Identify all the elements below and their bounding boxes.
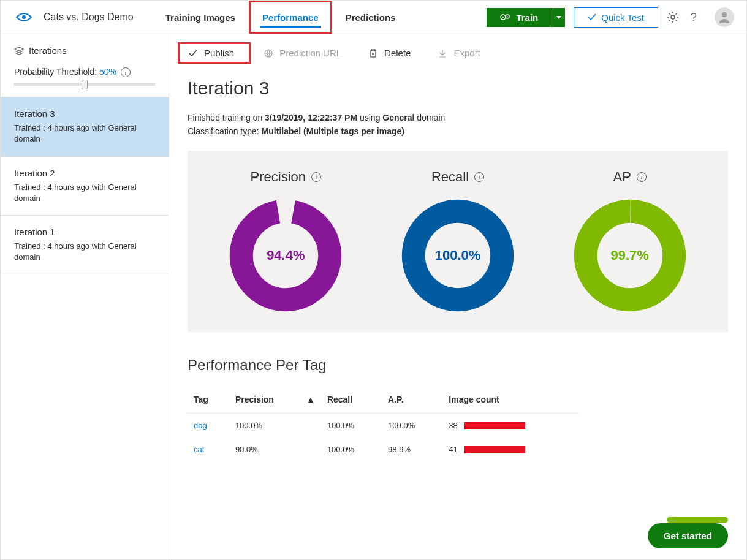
info-icon[interactable]: i — [311, 172, 321, 182]
download-icon — [438, 48, 447, 58]
precision-label: Precision — [251, 169, 306, 185]
threshold-value: 50% — [99, 67, 116, 77]
cell-recall: 100.0% — [321, 413, 382, 437]
per-tag-table: Tag Precision▲ Recall A.P. Image count d… — [188, 386, 580, 461]
cell-count: 41 — [442, 437, 580, 461]
svg-point-4 — [507, 16, 509, 17]
gears-icon — [500, 13, 511, 21]
delete-label: Delete — [384, 48, 411, 58]
info-icon[interactable]: i — [637, 172, 647, 182]
sidebar-title: Iterations — [29, 45, 67, 56]
iteration-item[interactable]: Iteration 3 Trained : 4 hours ago with G… — [1, 97, 169, 156]
tab-training-images[interactable]: Training Images — [152, 1, 249, 34]
meta-domain: General — [382, 113, 414, 123]
count-value: 41 — [449, 445, 457, 454]
svg-point-5 — [671, 15, 675, 19]
meta-date: 3/19/2019, 12:22:37 PM — [265, 113, 357, 123]
cell-recall: 100.0% — [321, 437, 382, 461]
iteration-heading: Iteration 3 — [188, 78, 728, 99]
table-row: cat 90.0% 100.0% 98.9% 41 — [188, 437, 580, 461]
tag-link[interactable]: dog — [194, 421, 207, 430]
per-tag-heading: Performance Per Tag — [188, 357, 728, 374]
slider-thumb[interactable] — [82, 80, 88, 89]
caret-down-icon — [556, 16, 561, 19]
meta-suffix: domain — [414, 113, 445, 123]
sort-asc-icon: ▲ — [306, 395, 315, 404]
settings-gear-icon[interactable] — [667, 11, 679, 23]
main-tabs: Training Images Performance Predictions — [152, 1, 409, 34]
stack-icon — [14, 47, 24, 55]
trash-icon — [368, 48, 378, 58]
col-count[interactable]: Image count — [442, 386, 580, 414]
col-recall[interactable]: Recall — [321, 386, 382, 414]
cell-precision: 100.0% — [229, 413, 321, 437]
svg-point-0 — [22, 15, 26, 19]
threshold-slider[interactable] — [14, 83, 155, 86]
count-bar-icon — [464, 446, 525, 453]
iteration-toolbar: Publish Prediction URL Delete Export — [169, 34, 746, 72]
ap-value: 99.7% — [572, 197, 688, 314]
iteration-title: Iteration 3 — [14, 108, 155, 119]
publish-label: Publish — [204, 48, 234, 58]
svg-point-3 — [502, 17, 504, 18]
tab-performance[interactable]: Performance — [249, 1, 332, 34]
iteration-title: Iteration 1 — [14, 227, 155, 237]
main-content: Publish Prediction URL Delete Export Ite… — [169, 34, 746, 559]
info-icon[interactable]: i — [121, 67, 131, 77]
metrics-panel: Precisioni 94.4% Recalli — [188, 151, 728, 332]
col-ap[interactable]: A.P. — [382, 386, 442, 414]
publish-button[interactable]: Publish — [178, 43, 250, 63]
cell-ap: 98.9% — [382, 437, 442, 461]
prediction-url-label: Prediction URL — [279, 48, 341, 58]
project-title: Cats vs. Dogs Demo — [41, 12, 152, 23]
delete-button[interactable]: Delete — [355, 43, 424, 63]
metric-recall: Recalli 100.0% — [400, 169, 516, 314]
col-precision-label: Precision — [235, 395, 274, 404]
tag-link[interactable]: cat — [194, 445, 204, 454]
table-row: dog 100.0% 100.0% 100.0% 38 — [188, 413, 580, 437]
recall-value: 100.0% — [400, 197, 516, 314]
iteration-item[interactable]: Iteration 1 Trained : 4 hours ago with G… — [1, 216, 169, 274]
tab-predictions[interactable]: Predictions — [332, 1, 409, 34]
threshold-label: Probability Threshold: — [14, 67, 99, 77]
cell-ap: 100.0% — [382, 413, 442, 437]
meta-mid: using — [357, 113, 382, 123]
ap-label: AP — [613, 169, 631, 185]
help-icon[interactable]: ? — [688, 11, 700, 23]
app-header: Cats vs. Dogs Demo Training Images Perfo… — [1, 1, 746, 34]
svg-point-7 — [722, 12, 727, 17]
info-icon[interactable]: i — [474, 172, 484, 182]
iteration-subtitle: Trained : 4 hours ago with General domai… — [14, 123, 155, 145]
custom-vision-logo-icon — [15, 11, 32, 23]
check-icon — [588, 13, 596, 21]
col-tag[interactable]: Tag — [188, 386, 229, 414]
export-label: Export — [453, 48, 480, 58]
user-avatar[interactable] — [715, 7, 734, 27]
iteration-item[interactable]: Iteration 2 Trained : 4 hours ago with G… — [1, 157, 169, 216]
get-started-button[interactable]: Get started — [648, 523, 728, 548]
export-button: Export — [424, 43, 493, 63]
iterations-sidebar: Iterations Probability Threshold: 50% i … — [1, 34, 169, 559]
sidebar-header: Iterations — [1, 34, 169, 61]
globe-icon — [264, 48, 273, 58]
col-precision[interactable]: Precision▲ — [229, 386, 321, 414]
chat-indicator-icon — [667, 517, 728, 523]
quick-test-button[interactable]: Quick Test — [574, 7, 658, 28]
precision-value: 94.4% — [227, 197, 344, 314]
meta-prefix: Finished training on — [188, 113, 265, 123]
class-prefix: Classification type: — [188, 126, 262, 136]
train-dropdown-button[interactable] — [552, 8, 565, 27]
quick-test-label: Quick Test — [601, 12, 644, 23]
recall-label: Recall — [431, 169, 469, 185]
train-button[interactable]: Train — [487, 8, 552, 27]
prediction-url-button: Prediction URL — [250, 43, 355, 63]
train-button-label: Train — [516, 12, 538, 23]
metric-precision: Precisioni 94.4% — [227, 169, 344, 314]
iteration-subtitle: Trained : 4 hours ago with General domai… — [14, 182, 155, 204]
metric-ap: APi 99.7% — [572, 169, 688, 314]
count-value: 38 — [449, 421, 457, 430]
check-icon — [188, 48, 198, 58]
count-bar-icon — [464, 422, 525, 429]
iteration-meta: Finished training on 3/19/2019, 12:22:37… — [188, 111, 728, 138]
svg-text:?: ? — [691, 11, 697, 23]
